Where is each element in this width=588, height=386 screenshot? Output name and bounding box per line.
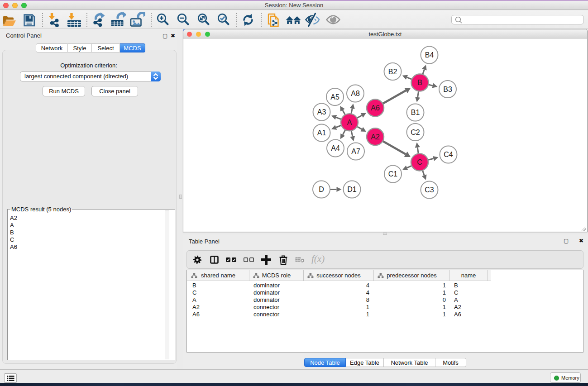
svg-text:A2: A2 [371, 133, 380, 141]
svg-text:A: A [347, 119, 352, 126]
svg-text:D: D [319, 186, 324, 193]
svg-text:B: B [417, 79, 422, 86]
svg-text:C2: C2 [411, 129, 420, 136]
svg-text:A8: A8 [351, 90, 360, 97]
svg-text:B4: B4 [425, 51, 434, 59]
svg-text:B2: B2 [388, 68, 397, 76]
svg-text:C3: C3 [425, 186, 434, 194]
svg-text:C4: C4 [444, 151, 453, 158]
svg-text:A5: A5 [330, 93, 339, 101]
svg-text:A7: A7 [351, 148, 360, 155]
svg-text:A6: A6 [371, 104, 380, 112]
svg-text:C1: C1 [388, 170, 398, 178]
svg-text:D1: D1 [347, 186, 357, 193]
svg-text:C: C [417, 158, 422, 166]
svg-text:A3: A3 [317, 108, 326, 116]
svg-text:B3: B3 [443, 86, 452, 93]
svg-text:A1: A1 [317, 129, 326, 137]
svg-text:B1: B1 [411, 109, 420, 116]
svg-text:A4: A4 [331, 144, 340, 152]
